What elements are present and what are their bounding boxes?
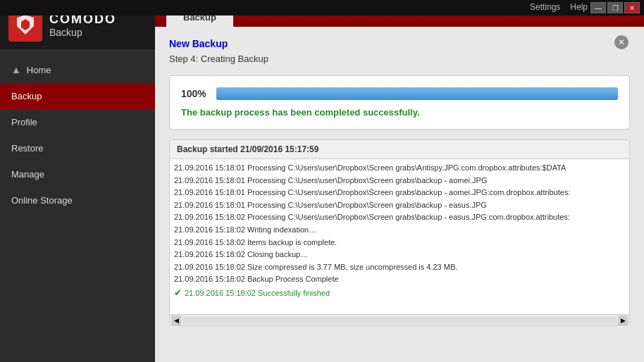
sidebar-item-online-storage[interactable]: Online Storage [0, 187, 155, 213]
sidebar-item-manage-label: Manage [11, 169, 44, 180]
scroll-track[interactable] [182, 317, 617, 324]
log-line: 21.09.2016 15:18:02 Items backup is comp… [174, 237, 625, 249]
step-label: Step 4: Creating Backup [169, 54, 630, 64]
sidebar-item-manage[interactable]: Manage [0, 161, 155, 187]
sidebar-item-restore-label: Restore [11, 143, 44, 154]
scroll-left-button[interactable]: ◀ [171, 316, 181, 325]
log-line: 21.09.2016 15:18:02 Size compressed is 3… [174, 261, 625, 274]
sidebar-item-home-label: Home [27, 65, 51, 75]
sidebar-item-backup-label: Backup [11, 91, 42, 101]
sidebar-item-online-storage-label: Online Storage [11, 195, 73, 206]
settings-menu-item[interactable]: Settings [530, 2, 560, 12]
log-line: 21.09.2016 15:18:02 Writing indexation… [174, 224, 625, 237]
home-icon: ▲ [11, 64, 21, 75]
checkmark-icon: ✔ [174, 286, 182, 301]
help-menu-item[interactable]: Help [570, 2, 588, 12]
sidebar-item-profile[interactable]: Profile [0, 109, 155, 135]
log-line-success: ✔21.09.2016 15:18:02 Successfully finish… [174, 286, 625, 301]
app-logo-text: COMODO Backup [49, 12, 116, 38]
sidebar-item-backup[interactable]: Backup [0, 83, 155, 109]
restore-button[interactable]: ❐ [607, 2, 623, 13]
sidebar-item-profile-label: Profile [11, 117, 37, 127]
log-line: 21.09.2016 15:18:02 Closing backup… [174, 249, 625, 261]
log-line: 21.09.2016 15:18:01 Processing C:\Users\… [174, 175, 625, 187]
log-line: 21.09.2016 15:18:01 Processing C:\Users\… [174, 199, 625, 212]
log-section: Backup started 21/09/2016 15:17:59 21.09… [169, 139, 630, 326]
sidebar-item-restore[interactable]: Restore [0, 135, 155, 161]
progress-bar-background [216, 87, 618, 100]
sidebar-item-home[interactable]: ▲ Home [0, 56, 155, 83]
minimize-button[interactable]: — [590, 2, 606, 13]
log-body[interactable]: 21.09.2016 15:18:01 Processing C:\Users\… [170, 159, 629, 314]
content-close-button[interactable]: ✕ [614, 35, 628, 49]
log-line: 21.09.2016 15:18:02 Backup Process Compl… [174, 273, 625, 286]
log-header: Backup started 21/09/2016 15:17:59 [170, 140, 629, 159]
new-backup-heading: New Backup [169, 38, 630, 49]
log-horizontal-scrollbar[interactable]: ◀ ▶ [170, 314, 629, 325]
close-button[interactable]: ✕ [624, 2, 640, 13]
log-line: 21.09.2016 15:18:02 Processing C:\Users\… [174, 211, 625, 224]
log-line: 21.09.2016 15:18:01 Processing C:\Users\… [174, 162, 625, 175]
success-message: The backup process has been completed su… [181, 107, 618, 118]
scroll-right-button[interactable]: ▶ [618, 316, 628, 325]
progress-bar-fill [216, 87, 618, 100]
log-line: 21.09.2016 15:18:01 Processing C:\Users\… [174, 187, 625, 199]
progress-section: 100% The backup process has been complet… [169, 75, 630, 130]
progress-percentage: 100% [181, 88, 209, 99]
